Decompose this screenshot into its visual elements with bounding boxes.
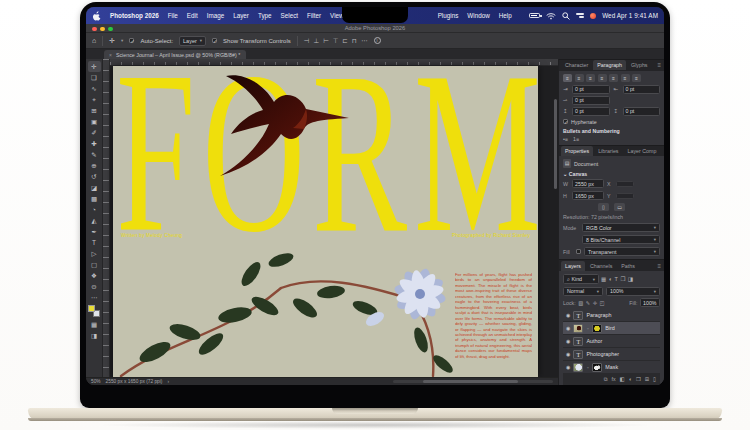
justify-all-button[interactable]: ≡ (632, 74, 641, 82)
menubar-app-name[interactable]: Photoshop 2026 (110, 12, 159, 19)
color-mode-select[interactable]: RGB Color▾ (582, 223, 660, 232)
canvas-y-input[interactable] (616, 193, 634, 200)
tab-libraries[interactable]: Libraries (594, 146, 622, 156)
justify-last-left-button[interactable]: ≡ (598, 74, 607, 82)
layer-effects-icon[interactable]: fx (612, 376, 616, 383)
layer-row[interactable]: ◉ ∘ Bird (563, 322, 660, 335)
battery-icon[interactable] (529, 13, 540, 18)
search-icon[interactable] (562, 12, 570, 20)
align-right-button[interactable]: ≡ (586, 74, 595, 82)
more-align-icon[interactable]: ⋯ (361, 37, 368, 45)
object-selection-tool[interactable]: ⌖ (88, 94, 101, 105)
chevron-down-icon[interactable]: ▾ (121, 38, 123, 43)
move-tool-icon[interactable]: ✛ (109, 37, 115, 45)
space-after-input[interactable]: 0 pt (623, 107, 661, 116)
foreground-color-swatch[interactable] (88, 305, 95, 312)
tab-channels[interactable]: Channels (586, 261, 616, 271)
pen-tool[interactable]: ✒ (88, 226, 101, 237)
zoom-level[interactable]: 50% (91, 379, 101, 384)
canvas-section-header[interactable]: ⌄ Canvas (563, 171, 660, 177)
edit-toolbar-icon[interactable]: ⋯ (88, 292, 101, 303)
gradient-tool[interactable]: ▩ (88, 193, 101, 204)
new-layer-icon[interactable]: ⊞ (645, 376, 649, 383)
status-dot-icon[interactable] (590, 13, 596, 19)
hyphenate-checkbox[interactable] (563, 119, 568, 124)
opacity-select[interactable]: 100%▾ (606, 287, 660, 296)
new-group-icon[interactable]: ❒ (636, 376, 641, 383)
space-before-input[interactable]: 0 pt (572, 107, 610, 116)
numbered-list-icon[interactable]: 1≡ (573, 136, 579, 142)
bullet-list-icon[interactable]: •≡ (563, 136, 568, 142)
type-tool[interactable]: T (88, 237, 101, 248)
path-selection-tool[interactable]: ▷ (88, 248, 101, 259)
visibility-eye-icon[interactable]: ◉ (566, 351, 570, 357)
layer-row[interactable]: ◉ T Paragraph (563, 309, 660, 322)
menu-edit[interactable]: Edit (187, 12, 198, 19)
lasso-tool[interactable]: ∿ (88, 83, 101, 94)
filter-type-layers-icon[interactable]: T (615, 276, 618, 282)
align-left-button[interactable]: ≡ (563, 74, 572, 82)
eyedropper-tool[interactable]: ✐ (88, 127, 101, 138)
panel-menu-icon[interactable]: ≡ (657, 62, 661, 68)
menu-select[interactable]: Select (281, 12, 299, 19)
screen-mode-icon[interactable]: ◨ (88, 330, 101, 341)
menubar-clock[interactable]: Wed Apr 1 9:41 AM (602, 12, 658, 19)
zoom-tool[interactable]: ⊙ (88, 281, 101, 292)
close-window-button[interactable] (92, 27, 97, 32)
blur-tool[interactable]: ◔ (88, 204, 101, 215)
menu-type[interactable]: Type (258, 12, 272, 19)
healing-tool[interactable]: ✚ (88, 138, 101, 149)
delete-layer-icon[interactable]: ▯ (653, 376, 656, 383)
canvas-x-input[interactable] (616, 181, 634, 188)
status-chevron-icon[interactable]: › (167, 379, 169, 384)
visibility-eye-icon[interactable]: ◉ (566, 364, 570, 370)
auto-select-checkbox[interactable] (129, 38, 134, 43)
menu-help[interactable]: Help (499, 12, 512, 19)
tab-paths[interactable]: Paths (617, 261, 639, 271)
tab-paragraph[interactable]: Paragraph (593, 60, 626, 70)
add-mask-icon[interactable]: ◧ (620, 376, 625, 383)
menu-filter[interactable]: Filter (307, 12, 321, 19)
menu-layer[interactable]: Layer (233, 12, 249, 19)
indent-right-input[interactable]: 0 pt (623, 85, 661, 94)
close-tab-icon[interactable]: × (109, 52, 112, 58)
visibility-eye-icon[interactable]: ◉ (566, 325, 570, 331)
move-tool[interactable]: ✛ (88, 61, 101, 72)
blend-mode-select[interactable]: Normal▾ (563, 287, 603, 296)
filter-smart-objects-icon[interactable]: ◨ (628, 276, 633, 282)
link-layers-icon[interactable]: ⧉ (604, 376, 608, 383)
crop-tool[interactable]: ⊞ (88, 105, 101, 116)
layer-mask-thumbnail[interactable] (592, 363, 602, 372)
image-layer-thumbnail[interactable] (573, 363, 583, 372)
filter-pixel-layers-icon[interactable]: ▦ (601, 276, 606, 282)
filter-adjustment-layers-icon[interactable]: ◐ (609, 276, 612, 282)
visibility-eye-icon[interactable]: ◉ (566, 338, 570, 344)
layer-filter-select[interactable]: ⌕ Kind▾ (563, 274, 599, 284)
minimize-window-button[interactable] (100, 27, 105, 32)
history-brush-tool[interactable]: ↺ (88, 171, 101, 182)
dodge-tool[interactable]: ◭ (88, 215, 101, 226)
menu-plugins[interactable]: Plugins (438, 12, 459, 19)
workspace-info-icon[interactable]: i (374, 37, 381, 44)
canvas-area[interactable]: F O R M (103, 59, 558, 377)
align-left-icon[interactable]: ⊣ (304, 37, 310, 45)
bit-depth-select[interactable]: 8 Bits/Channel▾ (582, 235, 660, 244)
visibility-eye-icon[interactable]: ◉ (566, 312, 570, 318)
eraser-tool[interactable]: ◪ (88, 182, 101, 193)
align-top-icon[interactable]: ⊤ (333, 37, 339, 45)
tab-layer-comp[interactable]: Layer Comp (623, 146, 660, 156)
menu-image[interactable]: Image (207, 12, 225, 19)
vertical-scrollbar[interactable] (554, 99, 557, 189)
hand-tool[interactable]: ❖ (88, 270, 101, 281)
document-tab[interactable]: × Science Journal – April Issue.psd @ 50… (104, 50, 246, 59)
distribute-v-icon[interactable]: ⊓ (352, 37, 357, 45)
layer-row[interactable]: ◉ ∘ Mask (563, 361, 660, 374)
fill-opacity-input[interactable]: 100% (640, 298, 660, 307)
type-layer-thumbnail[interactable]: T (573, 311, 583, 320)
landscape-orientation-button[interactable]: ▭ (614, 203, 625, 211)
color-swatches[interactable] (88, 305, 100, 317)
menu-window[interactable]: Window (467, 12, 489, 19)
lock-transparency-icon[interactable]: ▨ (578, 300, 583, 306)
canvas-width-input[interactable]: 2550 px (572, 179, 604, 188)
apple-logo-icon[interactable] (93, 11, 101, 21)
